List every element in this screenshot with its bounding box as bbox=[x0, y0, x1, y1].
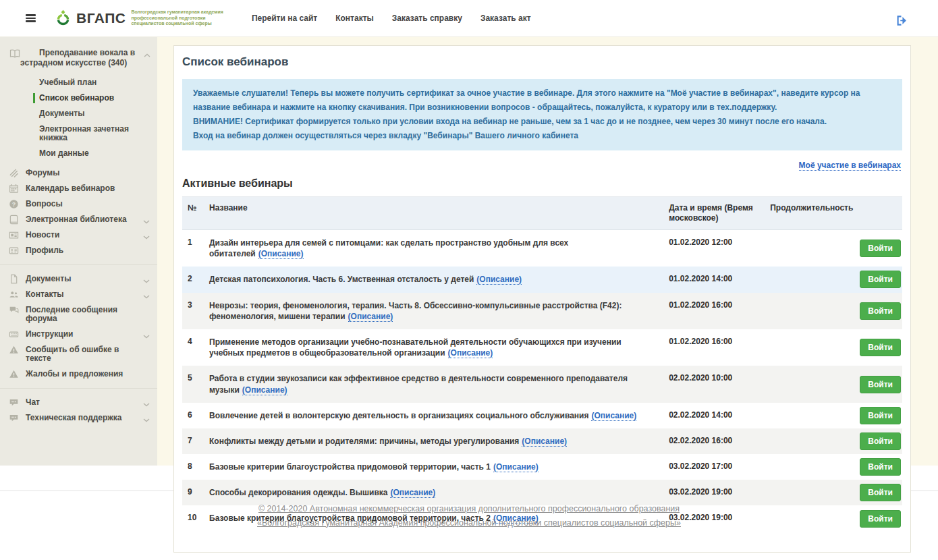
sidebar-item-label: Электронная библиотека bbox=[26, 215, 127, 224]
description-link[interactable]: (Описание) bbox=[258, 249, 304, 259]
sidebar-item[interactable]: Инструкции bbox=[0, 327, 157, 342]
chevron-down-icon bbox=[143, 400, 150, 409]
table-row: 4Применение методов организации учебно-п… bbox=[182, 329, 902, 366]
sidebar-item[interactable]: Контакты bbox=[0, 287, 157, 302]
column-header-actions bbox=[858, 197, 902, 230]
description-link[interactable]: (Описание) bbox=[476, 275, 522, 285]
sidebar-subitem[interactable]: Электронная зачетная книжка bbox=[0, 121, 157, 146]
webinar-duration bbox=[765, 230, 858, 267]
footer-link[interactable]: © 2014-2020 Автономная некоммерческая ор… bbox=[258, 502, 680, 516]
sidebar-subitem[interactable]: Учебный план bbox=[0, 75, 157, 90]
logout-icon[interactable] bbox=[895, 15, 907, 29]
notice-line: Уважаемые слушатели! Теперь вы можете по… bbox=[193, 86, 891, 115]
sidebar-item-label: Чат bbox=[26, 397, 40, 407]
description-link[interactable]: (Описание) bbox=[390, 488, 435, 498]
sidebar-course-item[interactable]: Преподавание вокала в эстрадном искусств… bbox=[0, 44, 157, 72]
webinar-title-cell: Детская патопсихология. Часть 6. Умствен… bbox=[204, 267, 663, 292]
nav-link[interactable]: Заказать акт bbox=[480, 13, 531, 23]
course-submenu: Учебный планСписок вебинаровДокументыЭле… bbox=[0, 72, 157, 165]
sidebar-item-label: Профиль bbox=[26, 246, 63, 255]
sidebar-item[interactable]: Сообщить об ошибке в тексте bbox=[0, 342, 157, 366]
sidebar-item-label: Документы bbox=[26, 274, 71, 283]
nav-link[interactable]: Перейти на сайт bbox=[252, 13, 317, 23]
description-link[interactable]: (Описание) bbox=[242, 385, 287, 395]
enter-webinar-button[interactable]: Войти bbox=[860, 407, 901, 424]
footer-link[interactable]: «Волгоградская Гуманитарная Академия про… bbox=[257, 516, 681, 530]
sidebar-item[interactable]: Жалобы и предложения bbox=[0, 366, 157, 382]
sidebar-subitem[interactable]: Список вебинаров bbox=[0, 90, 157, 106]
sidebar-item[interactable]: Форумы bbox=[0, 165, 157, 181]
main-area: Список вебинаров Уважаемые слушатели! Те… bbox=[157, 37, 938, 466]
description-link[interactable]: (Описание) bbox=[493, 462, 539, 472]
webinar-action-cell: Войти bbox=[858, 329, 902, 366]
participation-link-row: Моё участие в вебинарах bbox=[184, 159, 901, 171]
brand-logo[interactable]: ВГАПС Волгоградская гуманитарная академи… bbox=[55, 9, 223, 28]
nav-link[interactable]: Контакты bbox=[335, 13, 374, 23]
sidebar-item[interactable]: Техническая поддержка bbox=[0, 410, 157, 426]
sidebar-item-label: Новости bbox=[26, 230, 59, 240]
nav-link[interactable]: Заказать справку bbox=[392, 13, 462, 23]
my-participation-link[interactable]: Моё участие в вебинарах bbox=[799, 161, 901, 171]
sidebar-item[interactable]: Чат bbox=[0, 395, 157, 410]
enter-webinar-button[interactable]: Войти bbox=[860, 484, 901, 501]
webinar-datetime: 01.02.2020 16:00 bbox=[663, 329, 765, 366]
webinar-datetime: 02.02.2020 14:00 bbox=[663, 403, 765, 428]
sidebar-item[interactable]: Календарь вебинаров bbox=[0, 181, 157, 196]
row-number: 8 bbox=[182, 454, 204, 480]
webinar-title: Детская патопсихология. Часть 6. Умствен… bbox=[209, 275, 474, 284]
description-link[interactable]: (Описание) bbox=[522, 437, 567, 447]
row-number: 10 bbox=[182, 505, 204, 531]
webinar-datetime: 01.02.2020 16:00 bbox=[663, 293, 765, 329]
sidebar-item-label: Контакты bbox=[26, 289, 64, 299]
menu-icon[interactable] bbox=[26, 13, 36, 24]
enter-webinar-button[interactable]: Войти bbox=[860, 240, 901, 257]
sidebar-subitem[interactable]: Документы bbox=[0, 106, 157, 121]
page-body: Преподавание вокала в эстрадном искусств… bbox=[0, 37, 938, 466]
description-link[interactable]: (Описание) bbox=[448, 348, 493, 358]
sidebar-item-label: Последние сообщения форума bbox=[26, 305, 117, 323]
enter-webinar-button[interactable]: Войти bbox=[860, 271, 901, 288]
enter-webinar-button[interactable]: Войти bbox=[860, 432, 901, 450]
sidebar-item[interactable]: Документы bbox=[0, 271, 157, 287]
chevron-down-icon bbox=[143, 217, 150, 226]
warning-icon bbox=[9, 369, 19, 379]
sidebar-subitem[interactable]: Мои данные bbox=[0, 146, 157, 161]
webinar-title: Конфликты между детьми и родителями: при… bbox=[209, 437, 519, 446]
description-link[interactable]: (Описание) bbox=[591, 411, 636, 421]
sidebar-item-label: Техническая поддержка bbox=[26, 413, 121, 422]
sidebar-item[interactable]: Электронная библиотека bbox=[0, 212, 157, 227]
instructions-icon bbox=[9, 329, 19, 339]
notice-box: Уважаемые слушатели! Теперь вы можете по… bbox=[182, 79, 902, 150]
book-icon bbox=[9, 49, 20, 59]
table-row: 7Конфликты между детьми и родителями: пр… bbox=[182, 428, 902, 454]
webinar-duration bbox=[765, 403, 858, 428]
sidebar-item[interactable]: Новости bbox=[0, 227, 157, 243]
sidebar-item-label: Сообщить об ошибке в тексте bbox=[26, 345, 119, 363]
sidebar-item[interactable]: Профиль bbox=[0, 243, 157, 258]
webinar-title: Базовые критерии благоустройства придомо… bbox=[209, 462, 491, 472]
warning-icon bbox=[9, 345, 19, 355]
webinar-action-cell: Войти bbox=[858, 366, 902, 402]
chevron-down-icon bbox=[143, 292, 150, 301]
enter-webinar-button[interactable]: Войти bbox=[860, 376, 901, 393]
enter-webinar-button[interactable]: Войти bbox=[860, 339, 901, 356]
enter-webinar-button[interactable]: Войти bbox=[860, 458, 901, 476]
content-card: Список вебинаров Уважаемые слушатели! Те… bbox=[173, 45, 911, 553]
sidebar-item-label: Форумы bbox=[26, 168, 59, 177]
description-link[interactable]: (Описание) bbox=[348, 312, 393, 322]
sidebar-item[interactable]: Вопросы bbox=[0, 196, 157, 212]
messages-icon bbox=[9, 305, 19, 315]
sidebar-item-label: Инструкции bbox=[26, 329, 73, 339]
sidebar-item[interactable]: Последние сообщения форума bbox=[0, 302, 157, 327]
webinar-duration bbox=[765, 366, 858, 402]
forum-icon bbox=[9, 168, 19, 178]
webinars-table: № Название Дата и время (Время московско… bbox=[182, 196, 902, 532]
webinar-title-cell: Неврозы: теория, феноменология, терапия.… bbox=[204, 293, 663, 329]
table-row: 3Неврозы: теория, феноменология, терапия… bbox=[182, 293, 902, 329]
table-header-row: № Название Дата и время (Время московско… bbox=[182, 197, 902, 230]
table-row: 6Вовлечение детей в волонтерскую деятель… bbox=[182, 403, 902, 428]
webinar-datetime: 01.02.2020 14:00 bbox=[663, 267, 765, 292]
enter-webinar-button[interactable]: Войти bbox=[860, 302, 901, 320]
webinar-title: Вовлечение детей в волонтерскую деятельн… bbox=[209, 411, 588, 420]
enter-webinar-button[interactable]: Войти bbox=[860, 510, 901, 528]
